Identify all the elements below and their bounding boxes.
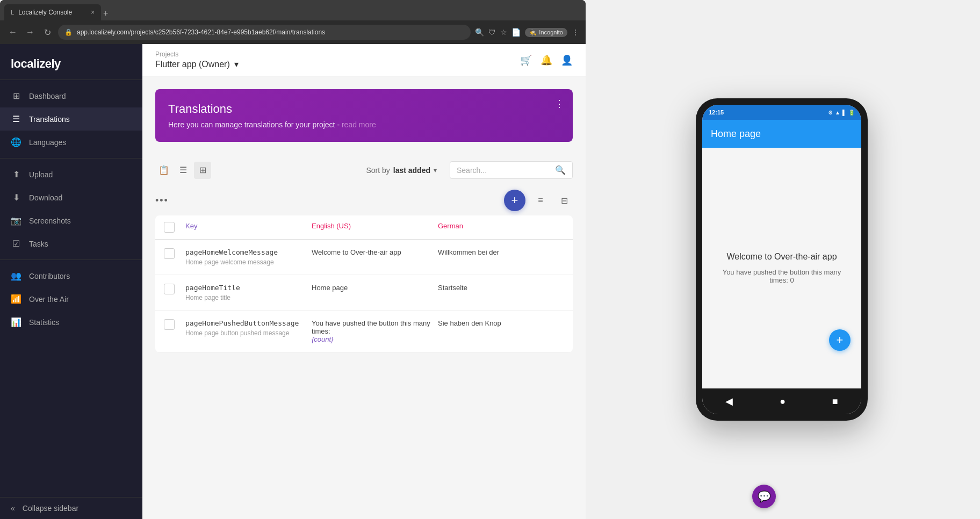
- phone-bottom-nav: ◀ ● ■: [702, 388, 861, 414]
- address-bar[interactable]: 🔒 app.localizely.com/projects/c252b56f-7…: [58, 25, 471, 40]
- view-list-button[interactable]: ☰: [175, 162, 192, 179]
- bookmark-icon[interactable]: ☆: [500, 28, 507, 37]
- download-icon: ⬇: [11, 192, 21, 203]
- phone-back-button[interactable]: ◀: [725, 395, 733, 407]
- sort-label: Sort by: [366, 166, 390, 175]
- view-list-compact-button[interactable]: 📋: [155, 162, 172, 179]
- phone-section: 12:15 ⚙ ▲ ▌ 🔋 Home page Welcome to Over-…: [586, 0, 978, 519]
- logo-light: localize: [11, 57, 51, 70]
- key-cell-3: pageHomePushedButtonMessage Home page bu…: [185, 319, 312, 337]
- browser-toolbar: ← → ↻ 🔒 app.localizely.com/projects/c252…: [0, 20, 586, 44]
- sidebar-item-languages[interactable]: 🌐 Languages: [0, 131, 142, 154]
- row-checkbox-3[interactable]: [164, 319, 185, 330]
- col-header-key: Key: [185, 222, 312, 233]
- account-icon[interactable]: 👤: [561, 54, 573, 66]
- sidebar-divider-1: [0, 158, 142, 158]
- phone-body: Welcome to Over-the-air app You have pus…: [702, 148, 861, 388]
- collapse-label: Collapse sidebar: [23, 504, 78, 513]
- sidebar-item-dashboard[interactable]: ⊞ Dashboard: [0, 84, 142, 107]
- back-button[interactable]: ←: [6, 27, 19, 37]
- sidebar-logo: localizely: [0, 44, 142, 80]
- tab-close-button[interactable]: ×: [91, 9, 95, 16]
- columns-button[interactable]: ⊟: [556, 192, 573, 209]
- translations-banner: Translations Here you can manage transla…: [155, 89, 573, 142]
- columns-icon: ⊟: [561, 196, 568, 206]
- phone-fab-button[interactable]: +: [829, 329, 851, 351]
- chat-icon: 💬: [758, 490, 771, 503]
- key-name-1: pageHomeWelcomeMessage: [185, 248, 312, 256]
- en-value-2: Home page: [312, 284, 438, 292]
- sidebar-item-statistics[interactable]: 📊 Statistics: [0, 311, 142, 334]
- more-options-button[interactable]: •••: [155, 195, 169, 206]
- add-translation-button[interactable]: +: [504, 190, 525, 211]
- search-box[interactable]: 🔍: [450, 161, 573, 179]
- view-grid-button[interactable]: ⊞: [194, 162, 211, 179]
- row-checkbox-2[interactable]: [164, 284, 185, 294]
- sidebar-nav: ⊞ Dashboard ☰ Translations 🌐 Languages ⬆…: [0, 80, 142, 497]
- sidebar-divider-2: [0, 260, 142, 260]
- de-value-2: Startseite: [438, 284, 564, 292]
- notifications-icon[interactable]: 🔔: [541, 54, 552, 66]
- phone-home-button[interactable]: ●: [780, 396, 786, 407]
- sidebar: localizely ⊞ Dashboard ☰ Translations 🌐 …: [0, 44, 142, 519]
- phone-recents-button[interactable]: ■: [832, 396, 838, 407]
- sidebar-item-label-tasks: Tasks: [29, 240, 48, 248]
- profile-guard-icon[interactable]: 🛡: [488, 28, 496, 37]
- menu-button[interactable]: ⋮: [572, 28, 579, 37]
- sort-value: last added: [393, 166, 430, 175]
- phone-time: 12:15: [709, 109, 724, 116]
- project-name: Flutter app (Owner): [155, 60, 230, 69]
- sidebar-item-label-statistics: Statistics: [29, 318, 59, 327]
- sidebar-item-tasks[interactable]: ☑ Tasks: [0, 232, 142, 255]
- sidebar-item-screenshots[interactable]: 📷 Screenshots: [0, 209, 142, 232]
- key-cell-2: pageHomeTitle Home page title: [185, 284, 312, 301]
- phone-status-icons: ⚙ ▲ ▌ 🔋: [828, 110, 855, 116]
- tab-bar: L Localizely Console × +: [0, 0, 586, 20]
- active-tab[interactable]: L Localizely Console ×: [4, 4, 101, 20]
- key-desc-1: Home page welcome message: [185, 258, 312, 266]
- project-selector[interactable]: Flutter app (Owner) ▾: [155, 59, 239, 69]
- url-text: app.localizely.com/projects/c252b56f-723…: [77, 28, 464, 36]
- key-name-2: pageHomeTitle: [185, 284, 312, 292]
- sidebar-item-contributors[interactable]: 👥 Contributors: [0, 264, 142, 287]
- sidebar-item-download[interactable]: ⬇ Download: [0, 186, 142, 209]
- read-more-link[interactable]: read more: [342, 120, 376, 129]
- list-toolbar: 📋 ☰ ⊞ Sort by last added ▾ 🔍: [155, 155, 573, 185]
- row-checkbox-1[interactable]: [164, 248, 185, 259]
- reader-view-icon[interactable]: 📄: [511, 28, 521, 37]
- new-tab-button[interactable]: +: [103, 9, 108, 18]
- filter-icon: ≡: [538, 196, 543, 205]
- banner-menu-button[interactable]: ⋮: [554, 98, 564, 110]
- languages-icon: 🌐: [11, 137, 21, 147]
- app-container: localizely ⊞ Dashboard ☰ Translations 🌐 …: [0, 44, 586, 519]
- forward-button[interactable]: →: [24, 27, 37, 37]
- key-name-3: pageHomePushedButtonMessage: [185, 319, 312, 327]
- incognito-button[interactable]: 🕵 Incognito: [525, 28, 567, 37]
- statistics-icon: 📊: [11, 317, 21, 327]
- lock-icon: 🔒: [64, 28, 73, 36]
- phone-screen: 12:15 ⚙ ▲ ▌ 🔋 Home page Welcome to Over-…: [702, 105, 861, 414]
- top-bar-actions: 🛒 🔔 👤: [520, 54, 573, 66]
- en-value-3: You have pushed the button this many tim…: [312, 319, 438, 343]
- sort-arrow: ▾: [434, 167, 437, 174]
- search-input[interactable]: [457, 166, 551, 175]
- translations-icon: ☰: [11, 114, 21, 124]
- search-icon[interactable]: 🔍: [475, 28, 484, 37]
- sidebar-item-translations[interactable]: ☰ Translations: [0, 107, 142, 131]
- sidebar-item-label-languages: Languages: [29, 138, 66, 147]
- settings-icon: ⚙: [828, 110, 833, 116]
- select-all-checkbox[interactable]: [164, 222, 185, 233]
- sidebar-item-upload[interactable]: ⬆ Upload: [0, 163, 142, 186]
- cart-icon[interactable]: 🛒: [520, 54, 532, 66]
- collapse-sidebar-button[interactable]: « Collapse sidebar: [0, 497, 142, 519]
- table-header: Key English (US) German: [155, 215, 573, 240]
- chat-bubble-button[interactable]: 💬: [752, 485, 776, 508]
- phone-app-title: Home page: [711, 128, 761, 140]
- sidebar-item-over-the-air[interactable]: 📶 Over the Air: [0, 287, 142, 311]
- sort-dropdown[interactable]: Sort by last added ▾: [359, 163, 443, 178]
- col-header-en: English (US): [312, 222, 438, 233]
- search-icon: 🔍: [555, 165, 566, 175]
- header-checkbox[interactable]: [164, 222, 175, 233]
- reload-button[interactable]: ↻: [41, 27, 54, 38]
- filter-button[interactable]: ≡: [532, 192, 549, 209]
